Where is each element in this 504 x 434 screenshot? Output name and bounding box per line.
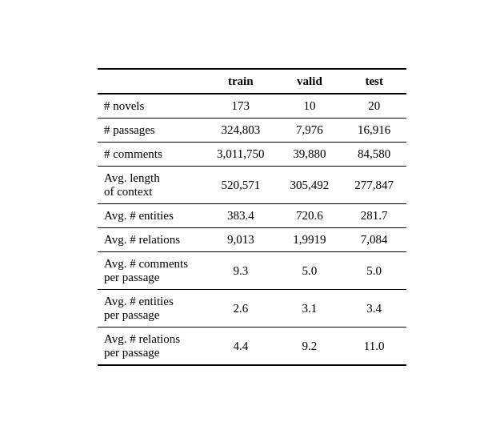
table-row: Avg. # relationsper passage4.49.211.0 (98, 328, 406, 366)
cell-valid: 3.1 (278, 290, 342, 328)
table-row: Avg. # entities383.4720.6281.7 (98, 204, 406, 228)
cell-valid: 720.6 (278, 204, 342, 228)
cell-valid: 9.2 (278, 328, 342, 366)
table-row: Avg. lengthof context520,571305,492277,8… (98, 167, 406, 204)
cell-valid: 305,492 (278, 167, 342, 204)
header-row: train valid test (98, 69, 406, 94)
cell-train: 324,803 (204, 119, 277, 143)
cell-test: 16,916 (342, 119, 406, 143)
table-body: # novels1731020# passages324,8037,97616,… (98, 94, 406, 365)
cell-test: 281.7 (342, 204, 406, 228)
table-row: # novels1731020 (98, 94, 406, 119)
cell-test: 3.4 (342, 290, 406, 328)
cell-valid: 39,880 (278, 143, 342, 167)
cell-train: 3,011,750 (204, 143, 277, 167)
data-table: train valid test # novels1731020# passag… (98, 68, 406, 366)
cell-test: 20 (342, 94, 406, 119)
table-row: Avg. # relations9,0131,99197,084 (98, 228, 406, 252)
header-test: test (342, 69, 406, 94)
cell-valid: 10 (278, 94, 342, 119)
header-empty (98, 69, 204, 94)
cell-test: 11.0 (342, 328, 406, 366)
row-label: # novels (98, 94, 204, 119)
cell-train: 173 (204, 94, 277, 119)
row-label: Avg. # entities (98, 204, 204, 228)
table-row: # comments3,011,75039,88084,580 (98, 143, 406, 167)
cell-train: 9.3 (204, 252, 277, 290)
cell-test: 277,847 (342, 167, 406, 204)
row-label: # passages (98, 119, 204, 143)
cell-train: 9,013 (204, 228, 277, 252)
row-label: Avg. # relationsper passage (98, 328, 204, 366)
cell-train: 520,571 (204, 167, 277, 204)
row-label: # comments (98, 143, 204, 167)
table-row: Avg. # commentsper passage9.35.05.0 (98, 252, 406, 290)
cell-test: 84,580 (342, 143, 406, 167)
cell-test: 7,084 (342, 228, 406, 252)
header-train: train (204, 69, 277, 94)
cell-valid: 5.0 (278, 252, 342, 290)
row-label: Avg. lengthof context (98, 167, 204, 204)
cell-valid: 1,9919 (278, 228, 342, 252)
cell-train: 383.4 (204, 204, 277, 228)
table-container: train valid test # novels1731020# passag… (66, 52, 438, 382)
cell-train: 2.6 (204, 290, 277, 328)
cell-valid: 7,976 (278, 119, 342, 143)
cell-test: 5.0 (342, 252, 406, 290)
header-valid: valid (278, 69, 342, 94)
row-label: Avg. # relations (98, 228, 204, 252)
table-row: Avg. # entitiesper passage2.63.13.4 (98, 290, 406, 328)
row-label: Avg. # entitiesper passage (98, 290, 204, 328)
cell-train: 4.4 (204, 328, 277, 366)
row-label: Avg. # commentsper passage (98, 252, 204, 290)
table-row: # passages324,8037,97616,916 (98, 119, 406, 143)
